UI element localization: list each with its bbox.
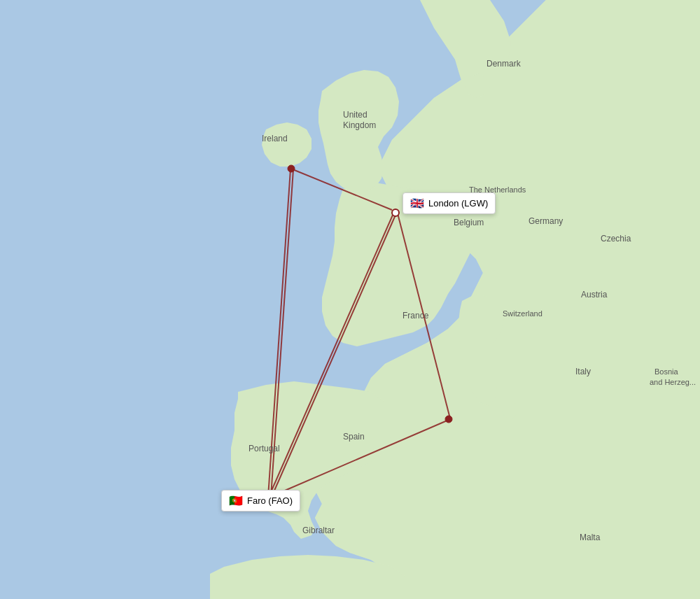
label-malta: Malta	[580, 533, 601, 542]
label-czechia: Czechia	[601, 234, 631, 244]
label-gibraltar: Gibraltar	[302, 526, 335, 535]
label-ireland: Ireland	[262, 134, 288, 143]
label-netherlands: The Netherlands	[469, 185, 526, 194]
label-belgium: Belgium	[454, 218, 484, 227]
label-germany: Germany	[528, 216, 563, 226]
label-switzerland: Switzerland	[503, 309, 542, 318]
svg-text:Kingdom: Kingdom	[343, 120, 376, 130]
svg-point-8	[288, 165, 295, 172]
label-france: France	[402, 311, 429, 320]
label-portugal: Portugal	[248, 444, 280, 453]
svg-point-9	[392, 209, 399, 216]
svg-text:and Herzeg...: and Herzeg...	[650, 378, 696, 386]
label-italy: Italy	[575, 367, 591, 376]
label-denmark: Denmark	[486, 59, 522, 69]
svg-point-11	[445, 416, 452, 423]
label-uk: United	[343, 110, 368, 120]
label-austria: Austria	[581, 290, 608, 300]
label-spain: Spain	[343, 432, 365, 442]
map-container: Ireland United Kingdom Denmark The Nethe…	[0, 0, 700, 599]
svg-point-10	[267, 495, 274, 502]
label-bosnia: Bosnia	[654, 367, 679, 376]
map-svg: Ireland United Kingdom Denmark The Nethe…	[0, 0, 700, 599]
